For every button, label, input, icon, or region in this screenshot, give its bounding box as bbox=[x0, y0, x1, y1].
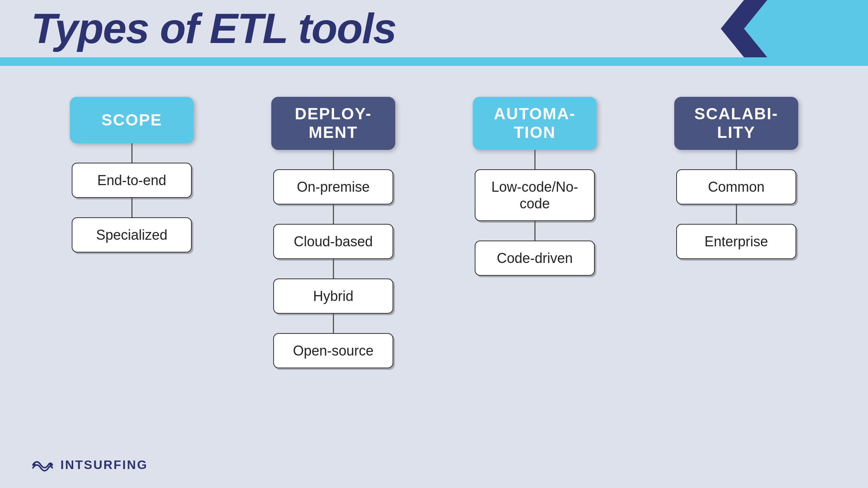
node-end-to-end: End-to-end bbox=[72, 163, 192, 198]
category-scalability: SCALABI- LITY bbox=[674, 97, 798, 150]
connector-deploy-2 bbox=[333, 204, 334, 224]
node-cloud-based: Cloud-based bbox=[273, 224, 393, 259]
connector-deploy-1 bbox=[333, 150, 334, 169]
connector-scope-2 bbox=[131, 198, 133, 217]
header-accent-bar bbox=[0, 57, 868, 66]
logo-text: INTSURFING bbox=[60, 458, 148, 472]
column-scalability: SCALABI- LITY Common Enterprise bbox=[655, 97, 818, 259]
node-common: Common bbox=[676, 169, 796, 204]
connector-deploy-3 bbox=[333, 259, 334, 278]
column-scope: SCOPE End-to-end Specialized bbox=[50, 97, 213, 253]
node-hybrid: Hybrid bbox=[273, 278, 393, 314]
column-automation: AUTOMA- TION Low-code/No-code Code-drive… bbox=[453, 97, 616, 276]
connector-scale-1 bbox=[736, 150, 737, 169]
header: Types of ETL tools bbox=[0, 0, 868, 66]
node-specialized: Specialized bbox=[72, 217, 192, 253]
category-scope: SCOPE bbox=[70, 97, 194, 143]
node-open-source: Open-source bbox=[273, 333, 393, 368]
connector-scale-2 bbox=[736, 204, 737, 224]
intsurfing-logo-icon bbox=[31, 457, 54, 473]
svg-point-1 bbox=[50, 463, 53, 466]
category-deployment: DEPLOY- MENT bbox=[271, 97, 395, 150]
column-deployment: DEPLOY- MENT On-premise Cloud-based Hybr… bbox=[252, 97, 415, 368]
node-code-driven: Code-driven bbox=[475, 241, 595, 276]
svg-point-0 bbox=[33, 463, 36, 466]
connector-auto-2 bbox=[534, 221, 536, 241]
node-on-premise: On-premise bbox=[273, 169, 393, 204]
logo-area: INTSURFING bbox=[31, 457, 148, 473]
header-chevron-decoration bbox=[721, 0, 868, 57]
node-low-code: Low-code/No-code bbox=[475, 169, 595, 221]
connector-scope-1 bbox=[131, 143, 133, 163]
node-enterprise: Enterprise bbox=[676, 224, 796, 259]
connector-deploy-4 bbox=[333, 314, 334, 333]
chevron-blue-icon bbox=[744, 0, 868, 57]
page-title: Types of ETL tools bbox=[31, 7, 396, 50]
main-content: SCOPE End-to-end Specialized DEPLOY- MEN… bbox=[0, 74, 868, 488]
connector-auto-1 bbox=[534, 150, 536, 169]
category-automation: AUTOMA- TION bbox=[473, 97, 597, 150]
